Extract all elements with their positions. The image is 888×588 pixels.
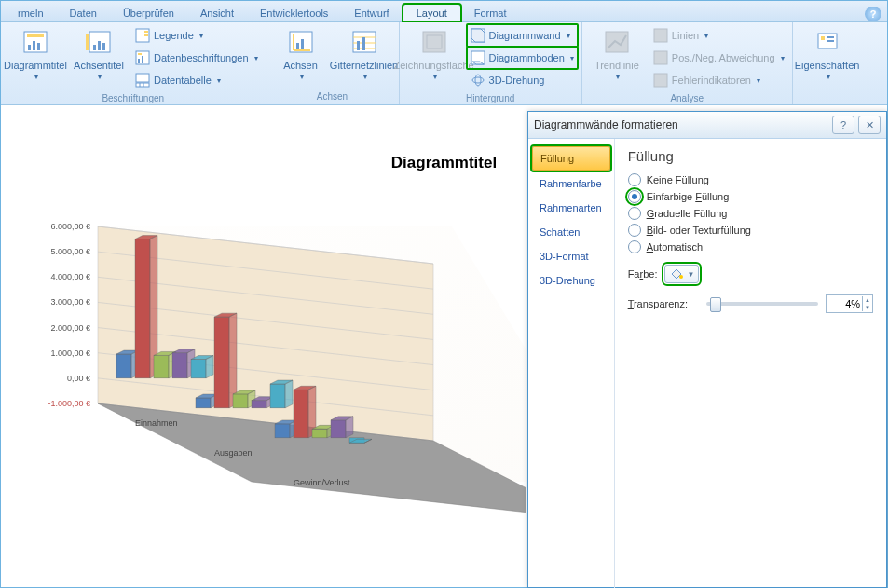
svg-rect-24 [296,43,299,49]
linien-button: Linien [649,24,788,47]
axes-icon [286,28,316,58]
dialog-title: Diagrammwände formatieren [534,118,678,131]
diagrammboden-button[interactable]: Diagrammboden [467,47,578,69]
svg-rect-43 [654,74,667,87]
drehung-3d-button[interactable]: 3D-Drehung [467,69,578,91]
group-label: Analyse [586,91,788,106]
nav-3d-format[interactable]: 3D-Format [532,245,610,267]
ribbon: Diagrammtitel Achsentitel Legende Datenb… [1,22,887,105]
radio-graduelle-fuellung[interactable]: Graduelle Füllung [628,207,873,220]
svg-rect-33 [427,35,442,48]
dialog-help-button[interactable]: ? [832,116,854,134]
diagrammwand-button[interactable]: Diagrammwand [467,24,578,47]
transparenz-value[interactable] [827,298,862,309]
svg-rect-4 [37,43,40,50]
dialog-close-button[interactable]: ✕ [858,116,881,134]
nav-rahmenfarbe[interactable]: Rahmenfarbe [532,172,610,195]
spin-down-icon[interactable]: ▼ [863,304,872,311]
svg-rect-6 [86,34,89,50]
svg-rect-1 [27,34,44,37]
group-label: Beschriftungen [5,91,262,106]
tab-entwicklertools[interactable]: Entwicklertools [247,5,341,21]
svg-rect-41 [654,29,667,42]
help-icon[interactable]: ? [865,7,881,21]
lines-icon [653,28,668,43]
format-walls-dialog: Diagrammwände formatieren ? ✕ Füllung Ra… [527,111,887,588]
svg-text:0,00 €: 0,00 € [67,374,90,383]
nav-rahmenarten[interactable]: Rahmenarten [532,197,610,219]
svg-rect-71 [135,239,150,378]
nav-schatten[interactable]: Schatten [532,221,610,243]
transparenz-label: Transparenz: [628,298,688,309]
trendlinie-button: Trendlinie [586,24,648,81]
svg-rect-9 [102,43,105,50]
datenbeschriftungen-button[interactable]: Datenbeschriftungen [131,47,262,69]
group-hintergrund: Zeichnungsfläche Diagrammwand Diagrammbo… [400,22,582,104]
updown-bars-icon [653,50,668,65]
group-analyse: Trendlinie Linien Pos./Neg. Abweichung F… [582,22,793,104]
nav-3d-drehung[interactable]: 3D-Drehung [532,269,610,292]
svg-rect-42 [654,51,667,64]
radio-automatisch[interactable]: Automatisch [628,240,873,253]
group-eigenschaften: Eigenschaften [793,22,862,104]
svg-text:-1.000,00 €: -1.000,00 € [48,399,90,408]
svg-text:5.000,00 €: 5.000,00 € [50,247,90,256]
spin-up-icon[interactable]: ▲ [863,296,872,304]
svg-rect-106 [312,429,327,438]
data-labels-icon [135,50,150,65]
chart-title-icon [20,28,50,58]
axis-title-icon [84,28,114,58]
radio-bild-texturfuellung[interactable]: Bild- oder Texturfüllung [628,224,873,237]
radio-einfarbige-fuellung[interactable]: Einfarbige Füllung [628,190,873,203]
svg-point-117 [679,275,683,279]
eigenschaften-button[interactable]: Eigenschaften [797,24,858,81]
gitternetzlinien-button[interactable]: Gitternetzlinien [334,24,395,81]
transparenz-spinner[interactable]: ▲▼ [826,294,873,313]
dialog-titlebar[interactable]: Diagrammwände formatieren ? ✕ [528,112,886,139]
group-beschriftungen: Diagrammtitel Achsentitel Legende Datenb… [1,22,266,104]
tab-ueberpruefen[interactable]: Überprüfen [110,5,187,21]
svg-rect-47 [827,40,834,42]
svg-point-38 [472,77,484,83]
svg-text:Gewinn/Verlust: Gewinn/Verlust [294,478,350,487]
group-achsen: Achsen Gitternetzlinien Achsen [266,22,400,104]
achsentitel-button[interactable]: Achsentitel [68,24,130,81]
svg-rect-14 [138,59,140,63]
svg-text:Einnahmen: Einnahmen [135,418,178,428]
svg-rect-45 [821,36,825,40]
tab-daten[interactable]: Daten [57,5,110,21]
svg-text:Ausgaben: Ausgaben [214,448,253,458]
svg-rect-17 [136,74,149,82]
radio-keine-fuellung[interactable]: Keine Füllung [628,173,873,186]
nav-fuellung[interactable]: Füllung [532,146,610,171]
svg-rect-2 [28,45,31,50]
svg-rect-103 [294,390,308,438]
svg-rect-87 [214,317,229,408]
svg-marker-98 [285,380,293,408]
content-heading: Füllung [628,148,873,164]
svg-marker-35 [471,29,485,42]
svg-text:2.000,00 €: 2.000,00 € [50,323,90,333]
color-picker-button[interactable]: ▼ [664,265,699,283]
legend-icon [135,28,150,43]
legende-button[interactable]: Legende [131,24,262,47]
diagrammtitel-button[interactable]: Diagrammtitel [5,24,66,81]
group-label: Achsen [270,89,395,104]
fehlerindikatoren-button: Fehlerindikatoren [649,69,788,91]
plot-area-icon [419,28,449,58]
trendline-icon [602,28,632,58]
achsen-button[interactable]: Achsen [270,24,332,81]
svg-rect-16 [138,53,142,55]
tab-format[interactable]: Format [461,5,520,21]
svg-text:1.000,00 €: 1.000,00 € [50,349,90,358]
datentabelle-button[interactable]: Datentabelle [131,69,262,91]
transparenz-slider[interactable] [706,302,818,306]
tab-layout[interactable]: Layout [403,4,461,21]
tab-formeln[interactable]: rmeln [5,5,57,21]
svg-rect-3 [33,41,35,50]
svg-text:4.000,00 €: 4.000,00 € [50,272,90,281]
svg-rect-84 [196,398,211,408]
tab-entwurf[interactable]: Entwurf [341,5,402,21]
tab-ansicht[interactable]: Ansicht [187,5,247,21]
svg-rect-96 [270,384,285,408]
